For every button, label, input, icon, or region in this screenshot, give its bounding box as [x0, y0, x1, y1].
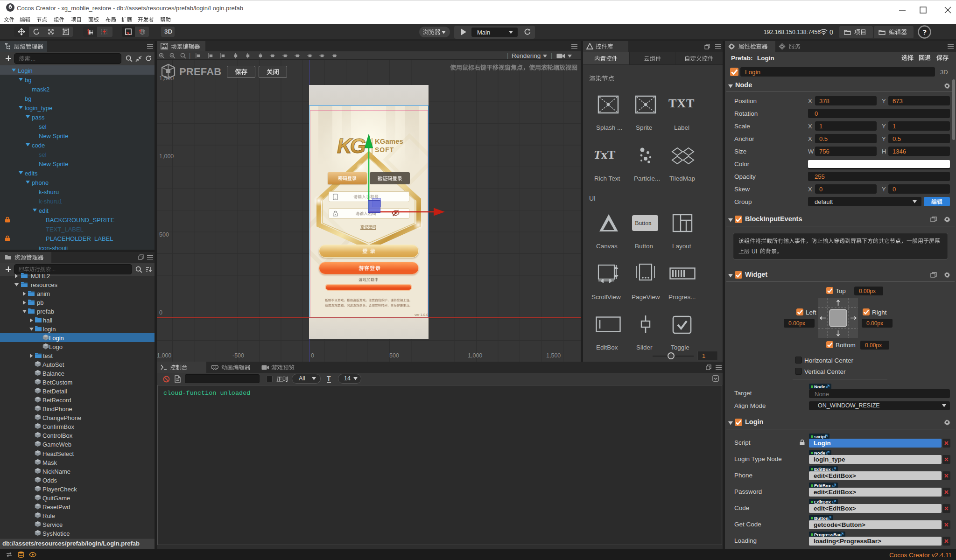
svg-text:?: ? — [922, 28, 927, 36]
